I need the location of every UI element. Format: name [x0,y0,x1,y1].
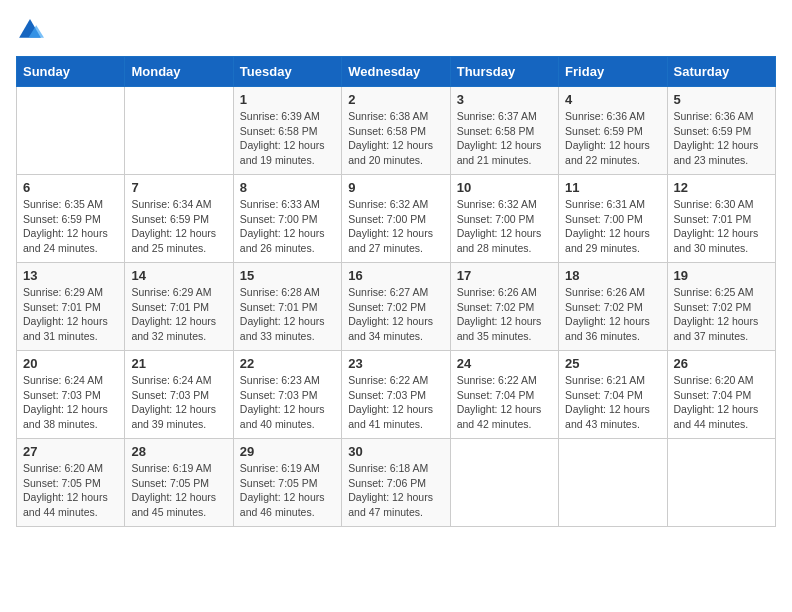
weekday-header-saturday: Saturday [667,57,775,87]
day-info: Sunrise: 6:36 AM Sunset: 6:59 PM Dayligh… [565,109,660,168]
day-number: 20 [23,356,118,371]
calendar-cell: 1Sunrise: 6:39 AM Sunset: 6:58 PM Daylig… [233,87,341,175]
day-info: Sunrise: 6:28 AM Sunset: 7:01 PM Dayligh… [240,285,335,344]
day-number: 18 [565,268,660,283]
day-info: Sunrise: 6:29 AM Sunset: 7:01 PM Dayligh… [131,285,226,344]
calendar-cell: 23Sunrise: 6:22 AM Sunset: 7:03 PM Dayli… [342,351,450,439]
calendar-cell: 11Sunrise: 6:31 AM Sunset: 7:00 PM Dayli… [559,175,667,263]
calendar-week-row: 20Sunrise: 6:24 AM Sunset: 7:03 PM Dayli… [17,351,776,439]
day-number: 16 [348,268,443,283]
calendar-cell: 2Sunrise: 6:38 AM Sunset: 6:58 PM Daylig… [342,87,450,175]
day-info: Sunrise: 6:33 AM Sunset: 7:00 PM Dayligh… [240,197,335,256]
day-info: Sunrise: 6:23 AM Sunset: 7:03 PM Dayligh… [240,373,335,432]
calendar-cell [17,87,125,175]
day-number: 10 [457,180,552,195]
day-number: 24 [457,356,552,371]
calendar-week-row: 6Sunrise: 6:35 AM Sunset: 6:59 PM Daylig… [17,175,776,263]
calendar-week-row: 27Sunrise: 6:20 AM Sunset: 7:05 PM Dayli… [17,439,776,527]
calendar-cell: 13Sunrise: 6:29 AM Sunset: 7:01 PM Dayli… [17,263,125,351]
calendar-cell: 19Sunrise: 6:25 AM Sunset: 7:02 PM Dayli… [667,263,775,351]
calendar-cell: 30Sunrise: 6:18 AM Sunset: 7:06 PM Dayli… [342,439,450,527]
day-number: 1 [240,92,335,107]
day-info: Sunrise: 6:30 AM Sunset: 7:01 PM Dayligh… [674,197,769,256]
day-number: 11 [565,180,660,195]
logo [16,16,48,44]
day-number: 3 [457,92,552,107]
weekday-header-tuesday: Tuesday [233,57,341,87]
day-info: Sunrise: 6:20 AM Sunset: 7:04 PM Dayligh… [674,373,769,432]
day-number: 22 [240,356,335,371]
day-number: 7 [131,180,226,195]
day-number: 6 [23,180,118,195]
day-number: 12 [674,180,769,195]
weekday-header-friday: Friday [559,57,667,87]
calendar-cell [559,439,667,527]
logo-icon [16,16,44,44]
calendar-cell: 5Sunrise: 6:36 AM Sunset: 6:59 PM Daylig… [667,87,775,175]
day-info: Sunrise: 6:26 AM Sunset: 7:02 PM Dayligh… [565,285,660,344]
calendar-cell: 4Sunrise: 6:36 AM Sunset: 6:59 PM Daylig… [559,87,667,175]
day-number: 26 [674,356,769,371]
day-info: Sunrise: 6:20 AM Sunset: 7:05 PM Dayligh… [23,461,118,520]
day-number: 14 [131,268,226,283]
calendar-cell: 24Sunrise: 6:22 AM Sunset: 7:04 PM Dayli… [450,351,558,439]
calendar-cell: 21Sunrise: 6:24 AM Sunset: 7:03 PM Dayli… [125,351,233,439]
calendar-cell: 8Sunrise: 6:33 AM Sunset: 7:00 PM Daylig… [233,175,341,263]
day-info: Sunrise: 6:26 AM Sunset: 7:02 PM Dayligh… [457,285,552,344]
day-number: 13 [23,268,118,283]
day-info: Sunrise: 6:21 AM Sunset: 7:04 PM Dayligh… [565,373,660,432]
day-info: Sunrise: 6:35 AM Sunset: 6:59 PM Dayligh… [23,197,118,256]
day-number: 28 [131,444,226,459]
day-info: Sunrise: 6:19 AM Sunset: 7:05 PM Dayligh… [240,461,335,520]
day-number: 5 [674,92,769,107]
day-info: Sunrise: 6:38 AM Sunset: 6:58 PM Dayligh… [348,109,443,168]
day-info: Sunrise: 6:34 AM Sunset: 6:59 PM Dayligh… [131,197,226,256]
day-number: 25 [565,356,660,371]
day-info: Sunrise: 6:37 AM Sunset: 6:58 PM Dayligh… [457,109,552,168]
day-info: Sunrise: 6:19 AM Sunset: 7:05 PM Dayligh… [131,461,226,520]
calendar-cell: 27Sunrise: 6:20 AM Sunset: 7:05 PM Dayli… [17,439,125,527]
calendar-cell: 15Sunrise: 6:28 AM Sunset: 7:01 PM Dayli… [233,263,341,351]
calendar-cell [125,87,233,175]
day-number: 30 [348,444,443,459]
day-info: Sunrise: 6:22 AM Sunset: 7:04 PM Dayligh… [457,373,552,432]
calendar-cell: 3Sunrise: 6:37 AM Sunset: 6:58 PM Daylig… [450,87,558,175]
calendar-cell: 17Sunrise: 6:26 AM Sunset: 7:02 PM Dayli… [450,263,558,351]
day-number: 19 [674,268,769,283]
day-info: Sunrise: 6:24 AM Sunset: 7:03 PM Dayligh… [23,373,118,432]
calendar-cell: 22Sunrise: 6:23 AM Sunset: 7:03 PM Dayli… [233,351,341,439]
day-number: 15 [240,268,335,283]
calendar-cell [667,439,775,527]
weekday-header-sunday: Sunday [17,57,125,87]
weekday-header-wednesday: Wednesday [342,57,450,87]
calendar-cell: 20Sunrise: 6:24 AM Sunset: 7:03 PM Dayli… [17,351,125,439]
day-info: Sunrise: 6:18 AM Sunset: 7:06 PM Dayligh… [348,461,443,520]
day-info: Sunrise: 6:24 AM Sunset: 7:03 PM Dayligh… [131,373,226,432]
day-number: 4 [565,92,660,107]
day-info: Sunrise: 6:32 AM Sunset: 7:00 PM Dayligh… [457,197,552,256]
day-info: Sunrise: 6:29 AM Sunset: 7:01 PM Dayligh… [23,285,118,344]
calendar-cell: 29Sunrise: 6:19 AM Sunset: 7:05 PM Dayli… [233,439,341,527]
day-number: 9 [348,180,443,195]
day-info: Sunrise: 6:36 AM Sunset: 6:59 PM Dayligh… [674,109,769,168]
day-number: 23 [348,356,443,371]
calendar-cell: 9Sunrise: 6:32 AM Sunset: 7:00 PM Daylig… [342,175,450,263]
weekday-header-row: SundayMondayTuesdayWednesdayThursdayFrid… [17,57,776,87]
calendar-table: SundayMondayTuesdayWednesdayThursdayFrid… [16,56,776,527]
day-info: Sunrise: 6:31 AM Sunset: 7:00 PM Dayligh… [565,197,660,256]
day-info: Sunrise: 6:27 AM Sunset: 7:02 PM Dayligh… [348,285,443,344]
day-number: 27 [23,444,118,459]
day-number: 8 [240,180,335,195]
day-info: Sunrise: 6:32 AM Sunset: 7:00 PM Dayligh… [348,197,443,256]
calendar-cell: 7Sunrise: 6:34 AM Sunset: 6:59 PM Daylig… [125,175,233,263]
day-info: Sunrise: 6:25 AM Sunset: 7:02 PM Dayligh… [674,285,769,344]
calendar-cell: 12Sunrise: 6:30 AM Sunset: 7:01 PM Dayli… [667,175,775,263]
calendar-week-row: 1Sunrise: 6:39 AM Sunset: 6:58 PM Daylig… [17,87,776,175]
weekday-header-thursday: Thursday [450,57,558,87]
page-header [16,16,776,44]
calendar-cell: 16Sunrise: 6:27 AM Sunset: 7:02 PM Dayli… [342,263,450,351]
calendar-cell: 6Sunrise: 6:35 AM Sunset: 6:59 PM Daylig… [17,175,125,263]
calendar-cell: 14Sunrise: 6:29 AM Sunset: 7:01 PM Dayli… [125,263,233,351]
day-number: 2 [348,92,443,107]
calendar-cell: 10Sunrise: 6:32 AM Sunset: 7:00 PM Dayli… [450,175,558,263]
